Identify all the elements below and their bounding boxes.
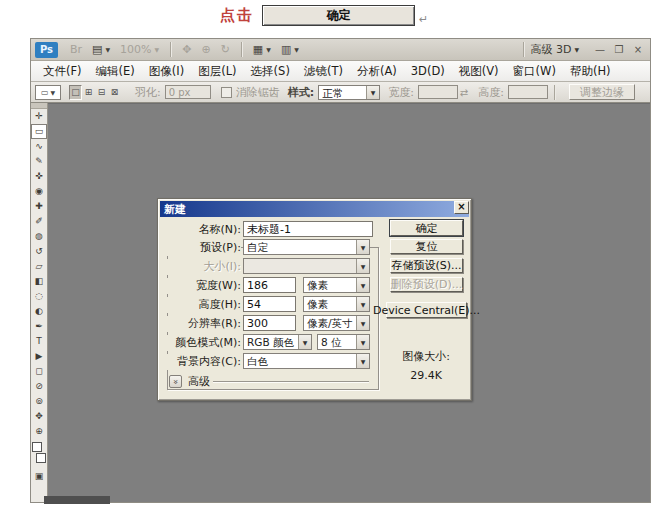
quick-mask-button[interactable]: ▣ bbox=[31, 469, 47, 483]
menu-item[interactable]: 帮助(H) bbox=[563, 62, 618, 81]
history-brush-tool[interactable]: ↺ bbox=[31, 244, 47, 259]
minimize-button[interactable]: — bbox=[592, 43, 608, 57]
reset-button[interactable]: 复位 bbox=[390, 239, 463, 254]
blur-tool[interactable]: ◌ bbox=[31, 289, 47, 304]
zoom-tool[interactable]: ⊕ bbox=[31, 424, 47, 439]
healing-brush-tool[interactable]: ✚ bbox=[31, 199, 47, 214]
menu-item[interactable]: 滤镜(T) bbox=[297, 62, 350, 81]
menu-item[interactable]: 窗口(W) bbox=[506, 62, 563, 81]
feather-input[interactable] bbox=[165, 85, 211, 99]
eraser-tool[interactable]: ▱ bbox=[31, 259, 47, 274]
expander-icon: » bbox=[169, 375, 182, 388]
menu-item[interactable]: 文件(F) bbox=[36, 62, 89, 81]
new-document-dialog: 新建 × 名称(N): 预设(P): 自定 ▼ 大小(I): ▼ 宽度(W): … bbox=[157, 198, 472, 401]
dialog-close-button[interactable]: × bbox=[454, 201, 469, 214]
advanced-expander[interactable]: » 高级 bbox=[169, 374, 210, 389]
resolution-unit-dropdown[interactable]: 像素/英寸 ▼ bbox=[303, 315, 370, 331]
eyedropper-tool[interactable]: ◉ bbox=[31, 184, 47, 199]
path-selection-tool[interactable]: ▶ bbox=[31, 349, 47, 364]
name-input[interactable] bbox=[243, 221, 373, 237]
width-label: 宽度(W): bbox=[166, 278, 241, 294]
swap-dimensions-icon[interactable]: ⇄ bbox=[460, 87, 468, 98]
bridge-icon: Br bbox=[70, 43, 82, 56]
move-tool[interactable]: ✛ bbox=[31, 109, 47, 124]
brush-tool[interactable]: ✐ bbox=[31, 214, 47, 229]
tool-preset-picker[interactable]: ▭ ▼ bbox=[35, 85, 61, 100]
height-input[interactable] bbox=[243, 296, 296, 312]
width-input[interactable] bbox=[418, 85, 458, 99]
color-mode-dropdown[interactable]: RGB 颜色 ▼ bbox=[243, 334, 312, 350]
style-label: 样式: bbox=[288, 85, 314, 100]
3d-orbit-tool[interactable]: ⊚ bbox=[31, 394, 47, 409]
bit-depth-dropdown[interactable]: 8 位 ▼ bbox=[317, 334, 370, 350]
view-extras-icon: ▤ bbox=[92, 43, 102, 56]
gradient-tool[interactable]: ◧ bbox=[31, 274, 47, 289]
background-color-swatch[interactable] bbox=[36, 453, 46, 463]
menu-item[interactable]: 图像(I) bbox=[142, 62, 191, 81]
zoom-tool-button[interactable]: ⊕ bbox=[201, 43, 210, 56]
3d-rotate-tool[interactable]: ⊘ bbox=[31, 379, 47, 394]
resolution-input[interactable] bbox=[243, 315, 296, 331]
hand-tool-button[interactable]: ✥ bbox=[182, 43, 191, 56]
width-input[interactable] bbox=[243, 277, 296, 293]
status-strip bbox=[44, 496, 110, 504]
save-preset-button[interactable]: 存储预设(S)... bbox=[390, 258, 463, 273]
zoom-level-dropdown[interactable]: 100% ▼ bbox=[120, 43, 159, 56]
foreground-color-swatch[interactable] bbox=[32, 442, 42, 452]
preset-label: 预设(P): bbox=[166, 240, 241, 256]
menu-item[interactable]: 编辑(E) bbox=[89, 62, 142, 81]
color-mode-value: RGB 颜色 bbox=[244, 335, 298, 349]
height-unit-dropdown[interactable]: 像素 ▼ bbox=[303, 296, 370, 312]
quick-selection-tool[interactable]: ✎ bbox=[31, 154, 47, 169]
rotate-view-button[interactable]: ↻ bbox=[221, 43, 230, 56]
bridge-button[interactable]: Br bbox=[70, 43, 82, 56]
width-unit-dropdown[interactable]: 像素 ▼ bbox=[303, 277, 370, 293]
chevron-down-icon: ▼ bbox=[356, 354, 369, 368]
background-contents-dropdown[interactable]: 白色 ▼ bbox=[243, 353, 370, 369]
close-button[interactable]: × bbox=[630, 43, 646, 57]
menu-item[interactable]: 选择(S) bbox=[244, 62, 297, 81]
menu-item[interactable]: 分析(A) bbox=[350, 62, 404, 81]
menu-item[interactable]: 3D(D) bbox=[404, 62, 452, 80]
restore-button[interactable]: ❐ bbox=[611, 43, 627, 57]
color-mode-label: 颜色模式(M): bbox=[166, 335, 241, 351]
style-dropdown[interactable]: 正常 ▼ bbox=[318, 85, 380, 100]
chevron-down-icon: ▼ bbox=[298, 335, 311, 349]
annotation: 点击 确定 ↵ bbox=[220, 2, 428, 28]
ok-button[interactable]: 确定 bbox=[390, 220, 463, 236]
view-extras-button[interactable]: ▤ ▼ bbox=[92, 43, 110, 56]
shape-tool[interactable]: ◻ bbox=[31, 364, 47, 379]
add-to-selection-icon[interactable]: ⊞ bbox=[82, 85, 95, 100]
intersect-selection-icon[interactable]: ⊠ bbox=[108, 85, 121, 100]
app-bar-right: 高级 3D ▼ — ❐ × bbox=[517, 42, 646, 57]
divider bbox=[213, 381, 369, 382]
dodge-tool[interactable]: ◐ bbox=[31, 304, 47, 319]
arrange-documents-button[interactable]: ▦ ▼ bbox=[253, 43, 271, 56]
menu-item[interactable]: 视图(V) bbox=[452, 62, 506, 81]
crop-tool[interactable]: ✜ bbox=[31, 169, 47, 184]
color-swatches[interactable] bbox=[31, 441, 47, 465]
refine-edge-button[interactable]: 调整边缘 bbox=[569, 84, 635, 100]
antialias-checkbox[interactable] bbox=[221, 87, 232, 98]
height-input[interactable] bbox=[508, 85, 548, 99]
background-contents-value: 白色 bbox=[244, 354, 356, 368]
bit-depth-value: 8 位 bbox=[318, 335, 356, 349]
dialog-titlebar[interactable]: 新建 bbox=[160, 201, 469, 217]
device-central-button[interactable]: Device Central(E)... bbox=[386, 302, 467, 318]
screen-mode-button[interactable]: ▥ ▼ bbox=[281, 43, 299, 56]
hand-icon: ✥ bbox=[182, 43, 191, 56]
workspace-label: 高级 3D bbox=[530, 42, 571, 57]
clone-stamp-tool[interactable]: ◍ bbox=[31, 229, 47, 244]
subtract-from-selection-icon[interactable]: ⊟ bbox=[95, 85, 108, 100]
preset-dropdown[interactable]: 自定 ▼ bbox=[243, 239, 370, 255]
hand-tool[interactable]: ✥ bbox=[31, 409, 47, 424]
resolution-label: 分辨率(R): bbox=[166, 316, 241, 332]
new-selection-icon[interactable]: □ bbox=[69, 85, 82, 100]
pen-tool[interactable]: ✒ bbox=[31, 319, 47, 334]
workspace-switcher[interactable]: 高级 3D ▼ bbox=[530, 42, 579, 57]
menu-item[interactable]: 图层(L) bbox=[191, 62, 243, 81]
type-tool[interactable]: T bbox=[31, 334, 47, 349]
lasso-tool[interactable]: ∿ bbox=[31, 139, 47, 154]
width-label: 宽度: bbox=[388, 85, 414, 100]
rectangular-marquee-tool[interactable]: ▭ bbox=[31, 124, 47, 139]
